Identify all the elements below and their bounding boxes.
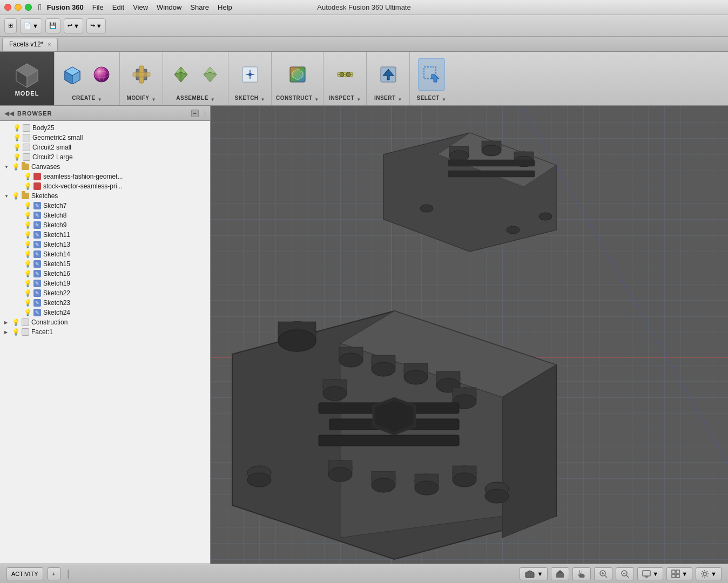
construct-arrow[interactable]: ▼	[314, 97, 319, 102]
menu-edit[interactable]: Edit	[112, 3, 124, 11]
visibility-icon[interactable]: 💡	[13, 153, 21, 161]
fullscreen-button[interactable]	[25, 4, 32, 11]
collapse-arrow[interactable]: ▶	[4, 330, 10, 335]
tree-item-canvas2[interactable]: 💡 stock-vector-seamless-pri...	[0, 181, 210, 191]
tree-item-sketch7[interactable]: 💡 ✎ Sketch7	[0, 201, 210, 211]
visibility-icon[interactable]: 💡	[13, 144, 21, 151]
tree-item-sketch13[interactable]: 💡 ✎ Sketch13	[0, 240, 210, 249]
visibility-icon[interactable]: 💡	[24, 250, 31, 258]
tree-item-sketch24[interactable]: 💡 ✎ Sketch24	[0, 308, 210, 317]
menu-view[interactable]: View	[133, 3, 148, 11]
visibility-icon[interactable]: 💡	[24, 202, 31, 209]
collapse-arrow[interactable]: ▶	[4, 320, 10, 325]
visibility-icon[interactable]: 💡	[24, 309, 31, 316]
panel-resize-handle[interactable]: |	[67, 568, 70, 579]
create-sphere-button[interactable]	[88, 58, 115, 91]
modify-button[interactable]	[128, 58, 155, 91]
nav-cube-button[interactable]: ▼	[520, 567, 548, 580]
visibility-icon[interactable]: 💡	[24, 221, 31, 229]
visibility-icon[interactable]: 💡	[24, 173, 31, 180]
visibility-icon[interactable]: 💡	[24, 299, 31, 307]
tree-item-sketch9[interactable]: 💡 ✎ Sketch9	[0, 220, 210, 230]
tree-item-sketch19[interactable]: 💡 ✎ Sketch19	[0, 279, 210, 288]
visibility-icon[interactable]: 💡	[13, 124, 21, 132]
visibility-icon[interactable]: 💡	[24, 270, 31, 277]
display-settings-button[interactable]: ▼	[637, 567, 663, 580]
zoom-out-button[interactable]	[616, 567, 634, 580]
assemble-button2[interactable]	[197, 58, 224, 91]
inspect-button[interactable]	[332, 58, 359, 91]
svg-point-57	[278, 330, 316, 351]
visibility-icon[interactable]: 💡	[12, 318, 19, 326]
collapse-icon[interactable]: ◀◀	[4, 110, 14, 117]
file-button[interactable]: 📄 ▼	[20, 18, 42, 33]
visibility-icon[interactable]: 💡	[24, 212, 31, 219]
menu-share[interactable]: Share	[190, 3, 209, 11]
home-button[interactable]	[551, 567, 569, 580]
visibility-icon[interactable]: 💡	[24, 231, 31, 239]
zoom-out-icon	[621, 570, 629, 578]
menu-file[interactable]: File	[92, 3, 104, 11]
tree-item-canvases[interactable]: ▼ 💡 Canvases	[0, 162, 210, 172]
assemble-button1[interactable]	[167, 58, 194, 91]
browser-minimize-button[interactable]: –	[191, 110, 199, 117]
grid-button[interactable]: ⊞	[4, 18, 17, 33]
menu-help[interactable]: Help	[218, 3, 232, 11]
visibility-icon[interactable]: 💡	[12, 328, 19, 336]
grid-display-button[interactable]: ▼	[666, 567, 692, 580]
minimize-button[interactable]	[15, 4, 22, 11]
assemble-arrow[interactable]: ▼	[211, 97, 215, 102]
browser-resize-icon[interactable]: |	[204, 110, 206, 117]
collapse-arrow[interactable]: ▼	[4, 165, 10, 170]
activity-button[interactable]: ACTIVITY	[6, 567, 43, 580]
tree-item-sketches[interactable]: ▼ 💡 Sketches	[0, 191, 210, 201]
insert-button[interactable]	[375, 58, 402, 91]
modify-arrow[interactable]: ▼	[151, 97, 156, 102]
create-arrow[interactable]: ▼	[98, 97, 102, 102]
redo-button[interactable]: ↪ ▼	[86, 18, 106, 33]
close-button[interactable]	[4, 4, 11, 11]
tree-item-sketch11[interactable]: 💡 ✎ Sketch11	[0, 230, 210, 240]
create-box-button[interactable]	[59, 58, 86, 91]
select-arrow[interactable]: ▼	[442, 97, 446, 102]
add-activity-button[interactable]: +	[48, 567, 60, 580]
tab-close-button[interactable]: ×	[48, 42, 51, 48]
settings-button[interactable]: ▼	[696, 567, 722, 580]
visibility-icon[interactable]: 💡	[24, 241, 31, 248]
tree-item-geo2small[interactable]: 💡 Geometric2 small	[0, 133, 210, 143]
viewport[interactable]	[211, 106, 728, 564]
sketch-arrow[interactable]: ▼	[261, 97, 265, 102]
tree-item-facet1[interactable]: ▶ 💡 Facet:1	[0, 327, 210, 337]
tab-facets[interactable]: Facets v12* ×	[2, 38, 58, 51]
menu-window[interactable]: Window	[157, 3, 181, 11]
tree-item-sketch14[interactable]: 💡 ✎ Sketch14	[0, 249, 210, 259]
select-button[interactable]	[418, 58, 445, 91]
tree-item-sketch8[interactable]: 💡 ✎ Sketch8	[0, 211, 210, 220]
visibility-icon[interactable]: 💡	[24, 289, 31, 297]
undo-button[interactable]: ↩ ▼	[64, 18, 83, 33]
insert-arrow[interactable]: ▼	[398, 97, 402, 102]
construct-button[interactable]	[284, 58, 311, 91]
tree-item-circuit2large[interactable]: 💡 Circuit2 Large	[0, 152, 210, 162]
ribbon-model-section[interactable]: MODEL	[0, 52, 54, 105]
visibility-icon[interactable]: 💡	[24, 182, 31, 190]
tree-item-sketch16[interactable]: 💡 ✎ Sketch16	[0, 269, 210, 279]
visibility-icon[interactable]: 💡	[12, 192, 19, 200]
collapse-arrow[interactable]: ▼	[4, 194, 10, 199]
visibility-icon[interactable]: 💡	[24, 280, 31, 287]
sketch-button[interactable]	[237, 58, 264, 91]
tree-item-sketch22[interactable]: 💡 ✎ Sketch22	[0, 288, 210, 298]
tree-item-sketch15[interactable]: 💡 ✎ Sketch15	[0, 259, 210, 269]
tree-item-construction[interactable]: ▶ 💡 Construction	[0, 317, 210, 327]
pan-button[interactable]	[572, 567, 591, 580]
visibility-icon[interactable]: 💡	[12, 163, 19, 171]
tree-item-body25[interactable]: 💡 Body25	[0, 123, 210, 133]
zoom-in-button[interactable]	[594, 567, 612, 580]
inspect-arrow[interactable]: ▼	[356, 97, 361, 102]
tree-item-canvas1[interactable]: 💡 seamless-fashion-geomet...	[0, 172, 210, 181]
save-button[interactable]: 💾	[45, 18, 60, 33]
visibility-icon[interactable]: 💡	[24, 260, 31, 268]
tree-item-sketch23[interactable]: 💡 ✎ Sketch23	[0, 298, 210, 308]
visibility-icon[interactable]: 💡	[13, 134, 21, 141]
tree-item-circuit2small[interactable]: 💡 Circuit2 small	[0, 143, 210, 152]
